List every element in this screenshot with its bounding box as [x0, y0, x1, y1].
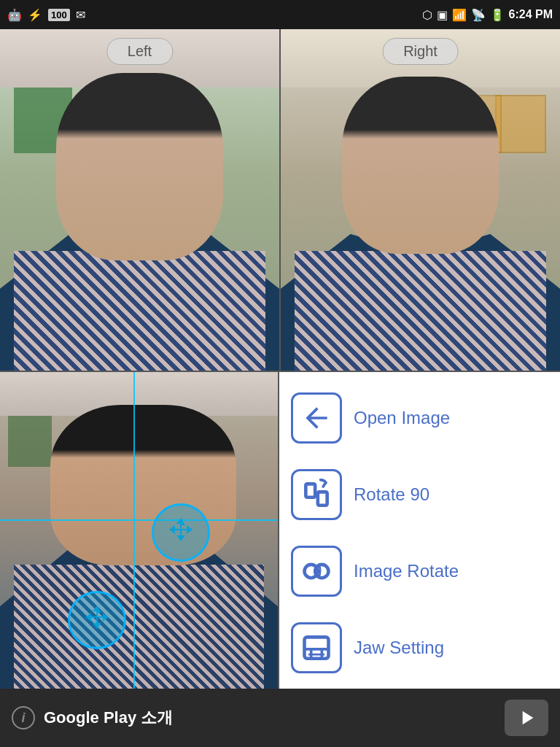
controls-panel: Open Image Rotate 90 — [279, 372, 560, 693]
open-image-icon-box — [291, 392, 342, 444]
info-icon: i — [12, 706, 35, 729]
android-icon: 🤖 — [7, 8, 22, 22]
right-face-image — [281, 29, 560, 371]
battery-level-icon: 100 — [48, 9, 70, 21]
rotate-90-item[interactable]: Rotate 90 — [291, 465, 548, 525]
banner-text: Google Play 소개 — [44, 707, 173, 729]
battery-icon: 🔋 — [490, 8, 505, 22]
edit-shirt — [14, 565, 264, 693]
bottom-row: Open Image Rotate 90 — [0, 372, 560, 693]
svg-rect-1 — [318, 492, 327, 505]
jaw-setting-icon — [300, 632, 332, 664]
status-icons-left: 🤖 ⚡ 100 ✉ — [7, 8, 85, 22]
bottom-move-arrows-icon — [79, 603, 114, 638]
left-panel: Left — [0, 29, 281, 371]
crosshair-horizontal — [0, 519, 278, 521]
edit-panel — [0, 372, 279, 693]
rotate-90-icon — [300, 479, 332, 511]
mail-icon: ✉ — [76, 8, 85, 22]
image-rotate-icon-box — [291, 546, 342, 597]
edit-green-box — [8, 416, 52, 467]
status-time: 6:24 PM — [509, 8, 553, 21]
open-image-icon — [300, 402, 332, 434]
signal-icon: 📡 — [471, 8, 486, 22]
status-icons-right: ⬡ ▣ 📶 📡 🔋 6:24 PM — [422, 8, 553, 22]
banner-info: i Google Play 소개 — [12, 706, 173, 729]
bottom-move-handle[interactable] — [68, 591, 126, 649]
jaw-setting-label: Jaw Setting — [354, 638, 444, 658]
svg-rect-0 — [306, 484, 315, 497]
status-bar: 🤖 ⚡ 100 ✉ ⬡ ▣ 📶 📡 🔋 6:24 PM — [0, 0, 560, 29]
screen-record-icon: ▣ — [437, 8, 448, 22]
image-rotate-icon — [300, 555, 332, 587]
right-panel: Right — [281, 29, 560, 371]
image-rotate-label: Image Rotate — [354, 561, 459, 581]
right-label-button[interactable]: Right — [382, 38, 459, 65]
left-head — [56, 73, 224, 260]
banner-arrow-icon — [515, 706, 538, 729]
right-shirt — [295, 251, 546, 371]
center-move-handle[interactable] — [152, 503, 210, 562]
move-arrows-icon — [163, 515, 198, 550]
banner-next-button[interactable] — [505, 700, 548, 736]
usb-icon: ⚡ — [28, 8, 42, 22]
crosshair-vertical — [133, 372, 135, 693]
open-image-label: Open Image — [354, 408, 450, 428]
bluetooth-icon: ⬡ — [422, 8, 432, 22]
left-shirt — [14, 251, 265, 371]
main-content: Left Right — [0, 29, 560, 747]
edit-face-image — [0, 372, 278, 693]
wifi-icon: 📶 — [452, 8, 467, 22]
image-rotate-item[interactable]: Image Rotate — [291, 541, 548, 601]
right-head — [342, 77, 499, 254]
jaw-setting-icon-box — [291, 622, 342, 673]
left-face-image — [0, 29, 279, 371]
open-image-item[interactable]: Open Image — [291, 388, 548, 448]
left-label-button[interactable]: Left — [106, 38, 173, 65]
jaw-setting-item[interactable]: Jaw Setting — [291, 618, 548, 678]
rotate-90-icon-box — [291, 469, 342, 520]
right-box1 — [495, 95, 546, 153]
top-row: Left Right — [0, 29, 560, 372]
rotate-90-label: Rotate 90 — [354, 484, 429, 505]
bottom-banner: i Google Play 소개 — [0, 689, 560, 747]
